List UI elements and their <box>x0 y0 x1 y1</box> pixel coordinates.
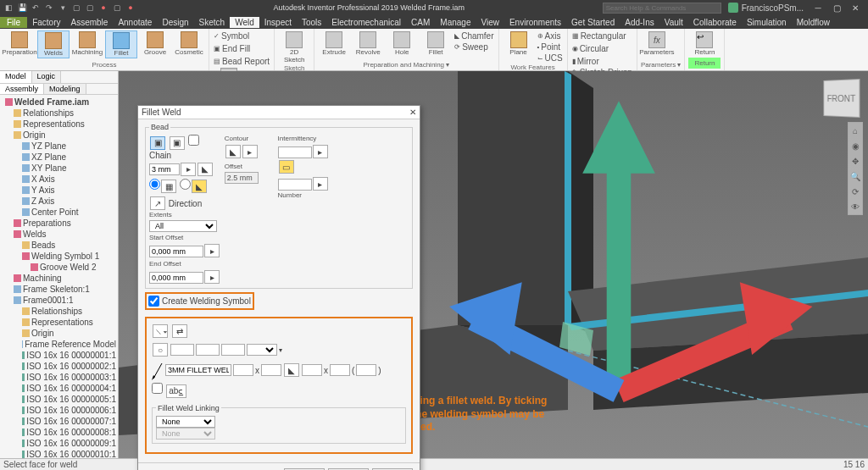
return-button[interactable]: ↩Return <box>688 30 721 57</box>
tab-manage[interactable]: Manage <box>435 17 476 28</box>
tree-node[interactable]: XY Plane <box>2 163 116 174</box>
browser-tab-logic[interactable]: Logic <box>32 71 62 83</box>
preparation-button[interactable]: Preparation <box>3 30 36 57</box>
axis-button[interactable]: ⊕ Axis <box>537 30 564 41</box>
tree-root[interactable]: Welded Frame.iam <box>2 97 116 108</box>
chamfer-button[interactable]: ◣ Chamfer <box>453 30 494 41</box>
close-button[interactable]: ✕ <box>846 3 865 13</box>
size-input[interactable] <box>149 163 180 175</box>
tab-electromechanical[interactable]: Electromechanical <box>326 17 406 28</box>
sweep-button[interactable]: ⟳ Sweep <box>453 41 494 53</box>
model-tree[interactable]: Welded Frame.iam Relationships Represent… <box>0 95 118 458</box>
tree-node[interactable]: X Axis <box>2 174 116 185</box>
circular-button[interactable]: ◉ Circular <box>571 43 609 54</box>
tree-node[interactable]: Frame Skeleton:1 <box>2 284 116 295</box>
fillet-feature-button[interactable]: Fillet <box>420 30 452 57</box>
welds-button[interactable]: Welds <box>37 30 70 58</box>
maximize-button[interactable]: ▢ <box>827 3 846 13</box>
size-type-button[interactable]: ◣ <box>198 163 213 176</box>
qat-icon[interactable]: ▾ <box>58 3 68 13</box>
tab-get-started[interactable]: Get Started <box>566 17 620 28</box>
tree-node[interactable]: Beads <box>2 240 116 251</box>
tree-node[interactable]: Frame Reference Model <box>2 339 116 350</box>
sym-select[interactable] <box>247 344 277 356</box>
sym-field[interactable] <box>261 364 281 376</box>
undo-icon[interactable]: ↶ <box>31 3 41 13</box>
extents-select[interactable]: All <box>149 220 217 232</box>
dir-radio-2[interactable] <box>180 179 191 190</box>
sym-swap-button[interactable]: ⇄ <box>172 324 187 338</box>
tree-node[interactable]: Y Axis <box>2 185 116 196</box>
tab-vault[interactable]: Vault <box>659 17 688 28</box>
mirror-button[interactable]: ▮ Mirror <box>571 56 600 67</box>
dialog-titlebar[interactable]: Fillet Weld ✕ <box>138 106 420 119</box>
qat-icon[interactable]: ▢ <box>85 3 95 13</box>
start-offset-input[interactable] <box>149 246 203 257</box>
sym-field[interactable] <box>233 364 253 376</box>
tree-node[interactable]: Groove Weld 2 <box>2 262 116 273</box>
pick-face2-button[interactable]: ▣ <box>170 136 185 150</box>
browser-subtab-assembly[interactable]: Assembly <box>0 84 44 94</box>
redo-icon[interactable]: ↷ <box>44 3 54 13</box>
sym-contour-button[interactable]: ◣ <box>284 363 299 377</box>
start-offset-arrow[interactable]: ▸ <box>204 244 220 257</box>
tab-factory[interactable]: Factory <box>27 17 65 28</box>
browser-subtab-modeling[interactable]: Modeling <box>44 84 86 94</box>
sym-toggle-button[interactable]: ⟍▾ <box>153 324 168 338</box>
tab-assemble[interactable]: Assemble <box>65 17 113 28</box>
tree-node[interactable]: XZ Plane <box>2 152 116 163</box>
sym-field[interactable] <box>170 344 194 356</box>
revolve-button[interactable]: Revolve <box>352 30 384 57</box>
contour-button[interactable]: ◣ <box>225 145 241 158</box>
pick-face1-button[interactable]: ▣ <box>150 136 165 150</box>
tab-collaborate[interactable]: Collaborate <box>688 17 742 28</box>
tree-node[interactable]: Relationships <box>2 108 116 119</box>
save-icon[interactable]: 💾 <box>17 3 27 13</box>
tree-node[interactable]: Machining <box>2 273 116 284</box>
tab-inspect[interactable]: Inspect <box>259 17 297 28</box>
tree-node[interactable]: ISO 16x 16 00000006:1 <box>2 405 116 416</box>
tab-annotate[interactable]: Annotate <box>113 17 157 28</box>
intermit-arrow[interactable]: ▸ <box>313 145 328 158</box>
sym-field[interactable] <box>330 364 350 376</box>
tree-node[interactable]: Origin <box>2 130 116 141</box>
user-account[interactable]: FranciscoPSm... <box>728 3 804 13</box>
2d-sketch-button[interactable]: 2D Sketch <box>278 30 310 64</box>
tree-node[interactable]: Welds <box>2 229 116 240</box>
hole-button[interactable]: Hole <box>386 30 418 57</box>
tab-environments[interactable]: Environments <box>504 17 566 28</box>
symbol-button[interactable]: ✓ Symbol <box>213 30 250 41</box>
tab-cam[interactable]: CAM <box>406 17 435 28</box>
sym-box-checkbox[interactable] <box>152 383 163 394</box>
chain-checkbox[interactable] <box>188 135 199 146</box>
groove-button[interactable]: Groove <box>139 30 171 57</box>
create-welding-symbol-checkbox[interactable] <box>148 296 159 307</box>
qat-icon[interactable]: ● <box>125 3 136 13</box>
abc-button[interactable]: abc̲ <box>166 384 186 398</box>
number-input[interactable] <box>278 179 312 191</box>
qat-icon[interactable]: ▢ <box>71 3 81 13</box>
tree-node[interactable]: ISO 16x 16 00000004:1 <box>2 383 116 394</box>
help-search-input[interactable] <box>603 3 721 14</box>
tree-node[interactable]: Representations <box>2 317 116 328</box>
tree-node[interactable]: ISO 16x 16 00000001:1 <box>2 350 116 361</box>
tree-node[interactable]: YZ Plane <box>2 141 116 152</box>
create-welding-symbol-row[interactable]: Create Welding Symbol <box>145 292 254 310</box>
end-offset-arrow[interactable]: ▸ <box>204 270 220 284</box>
plane-button[interactable]: Plane <box>503 30 535 57</box>
tree-node[interactable]: Center Point <box>2 207 116 218</box>
cosmetic-button[interactable]: Cosmetic <box>173 30 205 57</box>
tree-node[interactable]: ISO 16x 16 00000005:1 <box>2 394 116 405</box>
direction-button[interactable]: ↗ <box>150 196 165 210</box>
size-arrow-button[interactable]: ▸ <box>181 163 196 176</box>
file-tab[interactable]: File <box>0 17 27 28</box>
tab-moldflow[interactable]: Moldflow <box>792 17 835 28</box>
qat-icon[interactable]: ▢ <box>112 3 122 13</box>
tree-node[interactable]: Frame0001:1 <box>2 295 116 306</box>
end-offset-input[interactable] <box>149 272 203 284</box>
sym-field[interactable] <box>356 364 376 376</box>
bead-report-button[interactable]: ▤ Bead Report <box>213 56 270 67</box>
tree-node[interactable]: ISO 16x 16 00000008:1 <box>2 427 116 438</box>
tree-node[interactable]: ISO 16x 16 00000002:1 <box>2 361 116 372</box>
tree-node[interactable]: Preparations <box>2 218 116 229</box>
